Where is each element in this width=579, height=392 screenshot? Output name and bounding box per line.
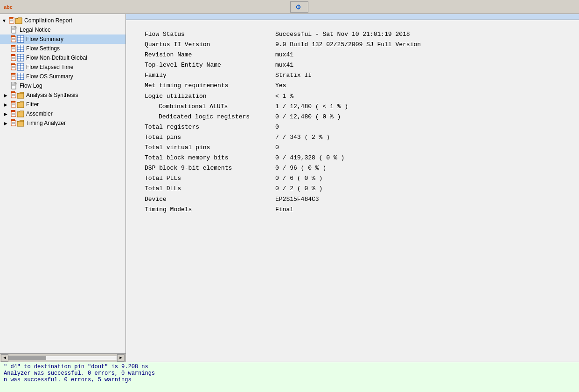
flow-row-logic-util: Logic utilization< 1 % [145, 91, 560, 102]
sidebar-item-compilation-report[interactable]: ▼ Compilation Report [0, 16, 126, 25]
sidebar-item-analysis-synthesis[interactable]: ▶ Analysis & Synthesis [0, 90, 126, 100]
svg-rect-18 [11, 45, 15, 47]
sidebar-item-flow-os[interactable]: Flow OS Summary [0, 72, 126, 81]
tree-expander-assembler[interactable]: ▶ [4, 111, 11, 117]
flow-label-met-timing: Met timing requirements [145, 81, 275, 91]
flow-value-total-registers: 0 [275, 122, 279, 132]
flow-value-flow-status: Successful - Sat Nov 10 21:01:19 2018 [275, 29, 410, 40]
grid-doc-icon-flow-non-default [11, 54, 24, 62]
tab-area: ⚙ [24, 1, 575, 13]
tree-expander-analysis-synthesis[interactable]: ▶ [4, 93, 11, 98]
status-line: " d4" to destination pin "dout" is 9.208… [4, 364, 575, 370]
svg-rect-72 [17, 121, 24, 126]
flow-label-total-dlls: Total DLLs [145, 184, 275, 194]
doc-icon-flow-log [11, 82, 18, 89]
tree-expander-fitter[interactable]: ▶ [4, 102, 11, 107]
sidebar-item-flow-settings[interactable]: Flow Settings [0, 44, 126, 53]
scroll-left-button[interactable]: ◀ [1, 354, 8, 362]
svg-rect-26 [11, 54, 15, 56]
flow-label-total-pins: Total pins [145, 132, 275, 143]
flow-label-total-registers: Total registers [145, 122, 275, 132]
scroll-right-button[interactable]: ▶ [117, 354, 125, 362]
flow-value-top-level-entity: mux41 [275, 60, 293, 70]
abc-icon: abc [4, 4, 13, 10]
svg-rect-57 [17, 93, 24, 98]
sidebar-item-label-analysis-synthesis: Analysis & Synthesis [26, 92, 78, 98]
flow-row-total-block-memory: Total block memory bits0 / 419,328 ( 0 %… [145, 153, 560, 163]
flow-value-logic-util: < 1 % [275, 91, 293, 102]
sidebar-item-label-compilation-report: Compilation Report [24, 17, 72, 24]
flow-label-dsp-block: DSP block 9-bit elements [145, 163, 275, 173]
svg-rect-1 [9, 17, 13, 19]
flow-row-revision-name: Revision Namemux41 [145, 50, 560, 60]
content-body: Flow StatusSuccessful - Sat Nov 10 21:01… [126, 20, 579, 362]
flow-row-comb-aluts: Combinational ALUTs1 / 12,480 ( < 1 % ) [145, 102, 560, 112]
grid-doc-icon-flow-elapsed [11, 63, 24, 71]
flow-value-total-block-memory: 0 / 419,328 ( 0 % ) [275, 153, 344, 163]
flow-label-dedicated-regs: Dedicated logic registers [145, 112, 275, 122]
sidebar-item-timing-analyzer[interactable]: ▶ Timing Analyzer [0, 118, 126, 128]
report-folder-icon-compilation-report [9, 17, 22, 24]
top-bar: abc ⚙ [0, 0, 579, 14]
flow-row-quartus-version: Quartus II Version9.0 Build 132 02/25/20… [145, 40, 560, 50]
file-label: abc [4, 4, 14, 10]
svg-rect-62 [17, 103, 24, 108]
main-tab[interactable]: ⚙ [290, 1, 308, 13]
flow-row-total-registers: Total registers0 [145, 122, 560, 132]
content-header [126, 14, 579, 20]
flow-value-timing-models: Final [275, 205, 293, 215]
flow-summary-table: Flow StatusSuccessful - Sat Nov 10 21:01… [145, 29, 560, 215]
flow-row-met-timing: Met timing requirementsYes [145, 81, 560, 91]
report-folder-icon-timing-analyzer [11, 119, 24, 127]
sidebar-item-assembler[interactable]: ▶ Assembler [0, 109, 126, 118]
flow-value-met-timing: Yes [275, 81, 286, 91]
flow-value-revision-name: mux41 [275, 50, 293, 60]
flow-value-total-pins: 7 / 343 ( 2 % ) [275, 132, 330, 143]
sidebar-content[interactable]: ▼ Compilation ReportLegal Notice [0, 14, 126, 353]
flow-row-family: FamilyStratix II [145, 70, 560, 81]
horizontal-scrollbar-track[interactable] [8, 356, 117, 360]
flow-row-total-plls: Total PLLs0 / 6 ( 0 % ) [145, 173, 560, 184]
horizontal-scrollbar-thumb[interactable] [9, 356, 46, 360]
sidebar-item-flow-non-default[interactable]: Flow Non-Default Global [0, 53, 126, 62]
sidebar-item-flow-elapsed[interactable]: Flow Elapsed Time [0, 62, 126, 72]
flow-label-timing-models: Timing Models [145, 205, 275, 215]
svg-rect-69 [11, 119, 15, 121]
sidebar: ▼ Compilation ReportLegal Notice [0, 14, 126, 362]
flow-label-logic-util: Logic utilization [145, 91, 275, 102]
sidebar-item-label-flow-os: Flow OS Summary [26, 73, 73, 80]
tree-expander-compilation-report[interactable]: ▼ [2, 18, 9, 23]
sidebar-scrollbar: ◀ ▶ [0, 353, 126, 362]
main-area: ▼ Compilation ReportLegal Notice [0, 14, 579, 362]
svg-rect-4 [15, 19, 22, 24]
flow-row-total-dlls: Total DLLs0 / 2 ( 0 % ) [145, 184, 560, 194]
grid-doc-icon-flow-os [11, 73, 24, 80]
svg-rect-64 [11, 110, 15, 112]
flow-row-dsp-block: DSP block 9-bit elements0 / 96 ( 0 % ) [145, 163, 560, 173]
flow-label-quartus-version: Quartus II Version [145, 40, 275, 50]
doc-icon-legal-notice [11, 26, 18, 34]
tab-icon: ⚙ [295, 3, 301, 11]
status-line: n was successful. 0 errors, 5 warnings [4, 377, 575, 383]
sidebar-item-label-flow-elapsed: Flow Elapsed Time [26, 64, 73, 70]
flow-label-total-block-memory: Total block memory bits [145, 153, 275, 163]
svg-rect-10 [11, 35, 15, 37]
report-folder-icon-fitter [11, 101, 24, 108]
sidebar-item-label-flow-settings: Flow Settings [26, 45, 60, 52]
sidebar-item-flow-log[interactable]: Flow Log [0, 81, 126, 90]
sidebar-item-fitter[interactable]: ▶ Fitter [0, 100, 126, 109]
sidebar-item-label-assembler: Assembler [26, 110, 53, 117]
grid-doc-icon-flow-summary [11, 35, 24, 43]
flow-row-timing-models: Timing ModelsFinal [145, 205, 560, 215]
tree-expander-timing-analyzer[interactable]: ▶ [4, 121, 11, 126]
sidebar-item-flow-summary[interactable]: Flow Summary [0, 34, 126, 44]
svg-rect-42 [11, 73, 15, 75]
flow-value-dedicated-regs: 0 / 12,480 ( 0 % ) [275, 112, 341, 122]
flow-label-top-level-entity: Top-level Entity Name [145, 60, 275, 70]
flow-value-total-dlls: 0 / 2 ( 0 % ) [275, 184, 322, 194]
sidebar-item-label-legal-notice: Legal Notice [20, 27, 51, 33]
flow-label-total-virtual-pins: Total virtual pins [145, 143, 275, 153]
sidebar-item-label-fitter: Fitter [26, 101, 39, 108]
sidebar-item-legal-notice[interactable]: Legal Notice [0, 25, 126, 34]
content-area: Flow StatusSuccessful - Sat Nov 10 21:01… [126, 14, 579, 362]
